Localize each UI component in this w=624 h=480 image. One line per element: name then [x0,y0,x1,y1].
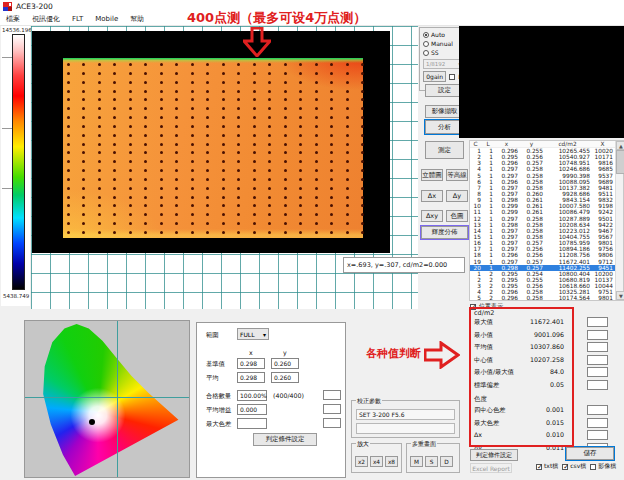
gain-button[interactable]: 0gain [423,71,446,82]
measurement-point [191,81,194,84]
measurement-point [237,143,240,146]
table-row[interactable]: 520.2960.25810174.5649801 [470,295,615,301]
save-format-option[interactable]: csv檔 [562,462,586,471]
measurement-point [284,169,287,172]
zoom-button-x2[interactable]: x2 [355,456,368,467]
measurement-point [175,160,178,163]
measurement-point [361,222,364,225]
contour-button[interactable]: 等高線 [446,169,468,181]
measurement-point [237,116,240,119]
save-format-checkbox[interactable] [562,464,568,470]
save-format-option[interactable]: txt檔 [536,462,558,471]
delta-x-button[interactable]: Δx [421,190,443,202]
average-y-field[interactable]: 0.260 [271,372,299,383]
save-format-checkbox[interactable] [590,464,596,470]
menu-item[interactable]: 視訊優化 [32,14,60,24]
measurement-point [237,169,240,172]
exposure-select[interactable]: 1/8192▾ [423,59,464,69]
measurement-point [299,72,302,75]
measurement-point [129,222,132,225]
measurement-point [67,169,70,172]
calibration-set-field[interactable]: SET 3-200 F5.6 [356,409,455,420]
measurement-point [346,125,349,128]
measurement-point [346,231,349,234]
range-select[interactable]: FULL▾ [237,328,269,340]
table-column-header: x [495,141,520,147]
menu-item[interactable]: Mobile [95,15,118,23]
measurement-point [268,151,271,154]
measurement-point [67,178,70,181]
measurement-point [82,169,85,172]
measurement-point [222,125,225,128]
measurement-point [129,151,132,154]
cie-chromaticity-panel[interactable] [24,320,190,478]
measurement-point [330,169,333,172]
measurement-point [253,151,256,154]
scroll-up-icon[interactable]: ▲ [616,141,624,150]
color-map-button[interactable]: 色圖 [446,210,468,222]
measurement-point [222,107,225,110]
measurement-point [98,81,101,84]
menu-item[interactable]: 檔案 [6,14,20,24]
table-header: CLxycd/m2X [470,141,615,148]
average-gain-field[interactable]: 0.000 [237,404,267,415]
measurement-point [222,169,225,172]
zoom-button-x8[interactable]: x8 [385,456,398,467]
measurement-point [237,98,240,101]
pass-percentage-field[interactable]: 100.00% [237,390,267,401]
measurement-point [67,134,70,137]
scroll-down-icon[interactable]: ▼ [616,291,624,300]
measurement-point [237,187,240,190]
radio-icon[interactable] [423,41,429,47]
table-cell: 9801 [592,295,615,301]
measurement-image-canvas[interactable] [32,31,390,253]
reference-x-field[interactable]: 0.298 [237,358,265,369]
table-scrollbar[interactable]: ▲ ▼ [615,141,623,300]
zoom-button-x4[interactable]: x4 [370,456,383,467]
max-color-diff-field[interactable] [237,418,267,429]
menu-item[interactable]: FLT [72,15,83,23]
measurement-point [253,143,256,146]
measurement-point [129,178,132,181]
luminance-heatmap[interactable] [63,58,363,238]
result-label: 最小值 [474,331,493,340]
measurement-point [160,116,163,119]
reference-y-field[interactable]: 0.260 [271,358,299,369]
measurement-point [346,169,349,172]
save-format-label: csv檔 [570,462,586,471]
measurement-point [284,196,287,199]
delta-xy-button[interactable]: Δxy [421,210,443,222]
measurement-point [129,196,132,199]
stereo-view-button[interactable]: 立體圖 [421,169,443,181]
calibration-extra-field[interactable] [356,423,455,434]
delta-y-button[interactable]: Δy [446,190,468,202]
measurement-point [175,72,178,75]
multi-screen-button-s[interactable]: S [425,456,438,467]
menu-item[interactable]: 幫助 [130,14,144,24]
judgment-condition-button[interactable]: 判定條件設定 [253,433,317,446]
measurement-table-body[interactable]: 110.2960.25510265.45510020210.2950.25610… [470,148,615,302]
dr-checkbox[interactable] [449,74,455,80]
save-button[interactable]: 儲存 [566,447,614,460]
measurement-point [346,107,349,110]
measurement-point [191,187,194,190]
average-x-field[interactable]: 0.298 [237,372,265,383]
measurement-point [113,107,116,110]
multi-screen-button-d[interactable]: D [440,456,453,467]
measurement-point [346,222,349,225]
measurement-table[interactable]: CLxycd/m2X 110.2960.25510265.45510020210… [469,140,624,301]
save-format-checkbox[interactable] [536,464,542,470]
measurement-point [98,160,101,163]
radio-icon[interactable] [423,32,429,38]
result-label: 四中心色差 [474,406,505,415]
measurement-point [160,213,163,216]
measurement-point [346,116,349,119]
luminance-distribution-button[interactable]: 輝度分佈 [421,226,468,239]
radio-icon[interactable] [423,50,429,56]
scrollbar-thumb[interactable] [616,150,624,174]
measure-button[interactable]: 測定 [425,141,464,159]
save-format-option[interactable]: 影像檔 [590,462,616,471]
radio-label: Manual [431,40,453,47]
multi-screen-button-m[interactable]: M [410,456,423,467]
judgment-condition-button-2[interactable]: 判定條件設定 [470,449,518,461]
